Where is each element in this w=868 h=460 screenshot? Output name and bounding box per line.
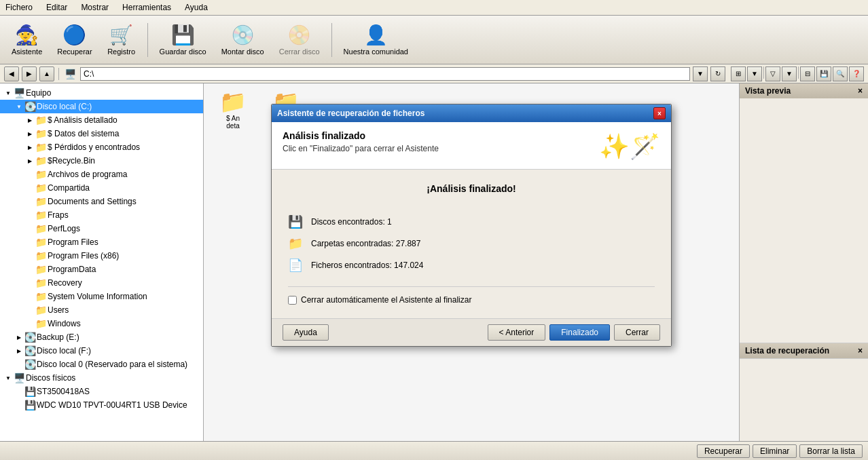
- dialog-header-text: Análisis finalizado Clic en "Finalizado"…: [283, 130, 439, 153]
- tree-perflogs[interactable]: 📁 PerfLogs: [0, 222, 203, 235]
- toolbar-nuestra-comunidad[interactable]: 👤 Nuestra comunidad: [338, 20, 414, 59]
- auto-close-checkbox[interactable]: [288, 296, 297, 305]
- toggle-disco-c[interactable]: ▼: [14, 104, 24, 110]
- tree-analisis[interactable]: ▶ 📁 $ Análisis detallado: [0, 113, 203, 127]
- back-button[interactable]: ◀: [4, 66, 19, 81]
- statusbar-recuperar[interactable]: Recuperar: [697, 444, 750, 458]
- toggle-discos-fisicos[interactable]: ▼: [3, 375, 14, 381]
- stat-icon-carpetas: 📁: [288, 236, 304, 251]
- toolbar-registro[interactable]: 🛒 Registro: [101, 20, 142, 59]
- icon-perflogs: 📁: [35, 223, 48, 234]
- auto-close-label: Cerrar automáticamente el Asistente al f…: [301, 295, 471, 305]
- dialog-header-title: Análisis finalizado: [283, 130, 439, 141]
- tree-users[interactable]: 📁 Users: [0, 303, 203, 317]
- up-button[interactable]: ▲: [39, 66, 54, 81]
- menu-ayuda[interactable]: Ayuda: [182, 1, 211, 14]
- toolbar: 🧙 Asistente 🔵 Recuperar 🛒 Registro 💾 Gua…: [0, 16, 868, 64]
- dialog-help-button[interactable]: Ayuda: [283, 324, 329, 341]
- icon-compartida: 📁: [35, 183, 48, 193]
- tree-sysvolinfo[interactable]: 📁 System Volume Information: [0, 290, 203, 303]
- toolbar-guardar-disco[interactable]: 💾 Guardar disco: [153, 20, 213, 59]
- recuperar-label: Recuperar: [57, 47, 92, 56]
- icon-sysvolinfo: 📁: [35, 291, 48, 302]
- montar-disco-icon: 💿: [231, 24, 255, 46]
- icon-disco-f: 💽: [24, 345, 37, 356]
- toggle-perdidos[interactable]: ▶: [24, 145, 35, 151]
- tree-perdidos[interactable]: ▶ 📁 $ Pérdidos y encontrados: [0, 140, 203, 154]
- dialog-close-footer-button[interactable]: Cerrar: [614, 324, 660, 341]
- filter-dropdown[interactable]: ▼: [782, 66, 797, 81]
- menu-herramientas[interactable]: Herramientas: [120, 1, 174, 14]
- tree-compartida[interactable]: 📁 Compartida: [0, 181, 203, 195]
- label-perflogs: PerfLogs: [48, 224, 80, 233]
- view-icon-1[interactable]: ⊞: [731, 66, 746, 81]
- toggle-analisis[interactable]: ▶: [24, 117, 35, 123]
- address-input[interactable]: [80, 67, 690, 81]
- icon-btn-d[interactable]: ❓: [849, 66, 864, 81]
- statusbar-eliminar[interactable]: Eliminar: [753, 444, 797, 458]
- toggle-equipo[interactable]: ▼: [3, 90, 14, 96]
- icon-btn-a[interactable]: ⊟: [800, 66, 815, 81]
- toggle-backup[interactable]: ▶: [14, 334, 24, 341]
- toolbar-montar-disco[interactable]: 💿 Montar disco: [215, 20, 270, 59]
- dialog-header: Análisis finalizado Clic en "Finalizado"…: [272, 122, 671, 170]
- label-recovery: Recovery: [48, 278, 82, 288]
- icon-documents: 📁: [35, 196, 48, 207]
- icon-btn-c[interactable]: 🔍: [833, 66, 848, 81]
- vista-previa-content: [740, 98, 868, 343]
- addr-refresh-button[interactable]: ↻: [710, 66, 725, 81]
- icon-pf: 📁: [35, 237, 48, 248]
- icon-windows: 📁: [35, 318, 48, 329]
- tree-backup-e[interactable]: ▶ 💽 Backup (E:): [0, 330, 203, 344]
- addressbar: ◀ ▶ ▲ 🖥️ ▼ ↻ ⊞ ▼ ▽ ▼ ⊟ 💾 🔍 ❓: [0, 64, 868, 83]
- stat-row-discos: 💾 Discos encontrados: 1: [288, 214, 655, 229]
- menubar: Fichero Editar Mostrar Herramientas Ayud…: [0, 0, 868, 16]
- filter-sep: [798, 66, 799, 79]
- tree-disco-f[interactable]: ▶ 💽 Disco local (F:): [0, 344, 203, 358]
- tree-program-files[interactable]: 📁 Program Files: [0, 235, 203, 249]
- stat-row-carpetas: 📁 Carpetas encontradas: 27.887: [288, 236, 655, 251]
- tree-st3500[interactable]: 💾 ST3500418AS: [0, 385, 203, 398]
- forward-button[interactable]: ▶: [22, 66, 37, 81]
- icon-wdc: 💾: [24, 400, 37, 410]
- stat-label-discos: Discos encontrados: 1: [311, 217, 392, 227]
- toggle-disco-f[interactable]: ▶: [14, 348, 24, 354]
- tree-datos-sistema[interactable]: ▶ 📁 $ Datos del sistema: [0, 127, 203, 140]
- dialog-header-subtitle: Clic en "Finalizado" para cerrar el Asis…: [283, 144, 439, 153]
- menu-editar[interactable]: Editar: [43, 1, 70, 14]
- tree-wdc[interactable]: 💾 WDC WD10 TPVT-00U4RT1 USB Device: [0, 398, 203, 412]
- view-dropdown[interactable]: ▼: [747, 66, 762, 81]
- icon-archivos: 📁: [35, 169, 48, 180]
- addr-go-button[interactable]: ▼: [693, 66, 708, 81]
- tree-disco-0[interactable]: 💽 Disco local 0 (Reservado para el siste…: [0, 358, 203, 371]
- tree-discos-fisicos[interactable]: ▼ 🖥️ Discos físicos: [0, 371, 203, 385]
- tree-documents[interactable]: 📁 Documents and Settings: [0, 195, 203, 208]
- filter-icon[interactable]: ▽: [765, 66, 780, 81]
- tree-recycle[interactable]: ▶ 📁 $Recycle.Bin: [0, 154, 203, 168]
- tree-disco-c[interactable]: ▼ 💽 Disco local (C:): [0, 100, 203, 113]
- toggle-recycle[interactable]: ▶: [24, 158, 35, 164]
- tree-fraps[interactable]: 📁 Fraps: [0, 208, 203, 222]
- toolbar-asistente[interactable]: 🧙 Asistente: [5, 20, 48, 59]
- dialog-close-button[interactable]: ×: [653, 107, 666, 119]
- menu-fichero[interactable]: Fichero: [3, 1, 35, 14]
- tree-recovery[interactable]: 📁 Recovery: [0, 276, 203, 290]
- toolbar-recuperar[interactable]: 🔵 Recuperar: [51, 20, 98, 59]
- toggle-datos[interactable]: ▶: [24, 131, 35, 137]
- dialog-titlebar: Asistente de recuperación de ficheros ×: [272, 104, 671, 122]
- dialog-done-button[interactable]: Finalizado: [549, 324, 610, 341]
- tree-archivos[interactable]: 📁 Archivos de programa: [0, 168, 203, 181]
- toolbar-cerrar-disco[interactable]: 📀 Cerrar disco: [273, 20, 326, 59]
- dialog-prev-button[interactable]: < Anterior: [488, 324, 546, 341]
- center-panel: 📁 $ Andeta 📁 Asistente de recuperación d…: [204, 83, 739, 442]
- icon-programdata: 📁: [35, 264, 48, 275]
- vista-previa-close[interactable]: ×: [858, 86, 863, 96]
- tree-programdata[interactable]: 📁 ProgramData: [0, 263, 203, 276]
- lista-recuperacion-close[interactable]: ×: [858, 346, 863, 356]
- tree-windows[interactable]: 📁 Windows: [0, 317, 203, 330]
- icon-btn-b[interactable]: 💾: [816, 66, 831, 81]
- menu-mostrar[interactable]: Mostrar: [78, 1, 111, 14]
- tree-program-files-x86[interactable]: 📁 Program Files (x86): [0, 249, 203, 263]
- statusbar-borrar-lista[interactable]: Borrar la lista: [799, 444, 863, 458]
- tree-equipo[interactable]: ▼ 🖥️ Equipo: [0, 86, 203, 100]
